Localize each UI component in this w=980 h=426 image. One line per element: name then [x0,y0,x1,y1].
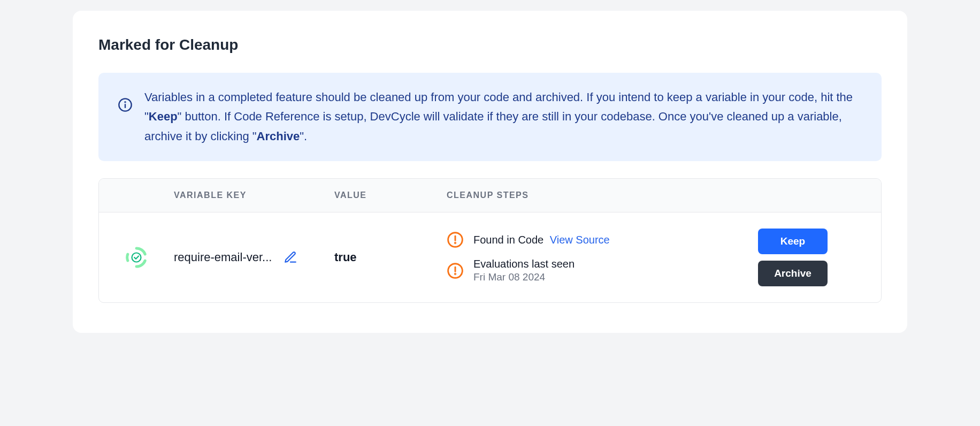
section-title: Marked for Cleanup [98,36,882,54]
header-variable-key: VARIABLE KEY [174,191,334,200]
step-found-in-code: Found in Code View Source [447,231,721,248]
cleanup-table: VARIABLE KEY VALUE CLEANUP STEPS require… [98,178,882,303]
archive-button[interactable]: Archive [758,261,828,286]
table-row: require-email-ver... true [99,212,881,302]
variable-status-icon [125,246,148,269]
header-cleanup-steps: CLEANUP STEPS [447,191,721,200]
svg-point-3 [132,253,141,262]
found-in-code-label: Found in Code View Source [473,234,610,246]
edit-variable-button[interactable] [281,248,300,267]
info-banner-text: Variables in a completed feature should … [144,88,862,146]
alert-icon [447,231,464,248]
status-icon-cell [99,246,174,269]
step-evaluations: Evaluations last seen Fri Mar 08 2024 [447,258,721,283]
svg-point-9 [455,273,455,274]
keep-button[interactable]: Keep [758,229,828,254]
variable-value: true [334,250,447,264]
actions-cell: Keep Archive [721,229,881,286]
alert-icon [447,262,464,279]
header-value: VALUE [334,191,447,200]
svg-point-2 [125,102,125,102]
view-source-link[interactable]: View Source [550,234,610,246]
info-banner: Variables in a completed feature should … [98,73,882,161]
svg-point-6 [455,243,455,244]
evaluations-label: Evaluations last seen [473,258,575,270]
info-icon [118,97,133,112]
cleanup-steps-cell: Found in Code View Source Ev [447,231,721,283]
table-header: VARIABLE KEY VALUE CLEANUP STEPS [99,179,881,212]
evaluations-date: Fri Mar 08 2024 [473,271,575,283]
variable-key-text: require-email-ver... [174,250,272,264]
variable-key-cell: require-email-ver... [174,248,334,267]
cleanup-card: Marked for Cleanup Variables in a comple… [73,11,907,333]
edit-icon [284,250,297,264]
